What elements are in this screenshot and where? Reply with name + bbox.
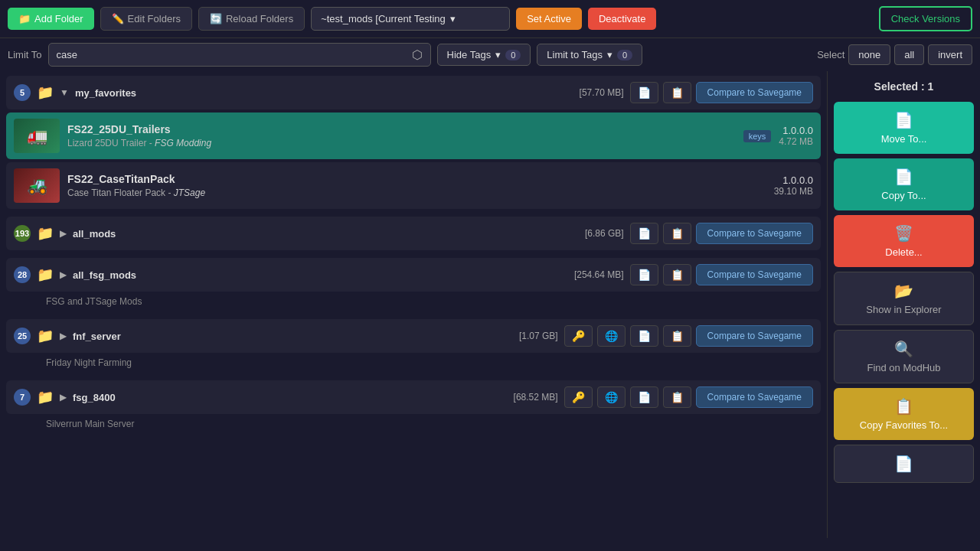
folder-copy-icon-all-mods[interactable]: 📄 xyxy=(630,223,658,244)
compare-savegame-fsg-8400[interactable]: Compare to Savegame xyxy=(696,386,813,408)
copy-to-label: Copy To... xyxy=(881,190,926,201)
modhub-icon: 🔍 xyxy=(894,340,913,358)
folder-copy-icon-fsg-8400[interactable]: 📄 xyxy=(630,386,658,408)
limit-to-tags-button[interactable]: Limit to Tags ▾ 0 xyxy=(537,44,642,66)
mod-item-fs22-casetitanpack[interactable]: 🚜 FS22_CaseTitanPack Case Titan Floater … xyxy=(6,162,821,209)
clear-icon[interactable]: ⬡ xyxy=(412,47,423,62)
deactivate-label: Deactivate xyxy=(599,13,645,24)
reload-folders-label: Reload Folders xyxy=(226,13,293,24)
show-in-explorer-label: Show in Explorer xyxy=(866,304,941,315)
edit-folders-icon: ✏️ xyxy=(112,13,124,24)
mod-item-fs22-25du-trailers[interactable]: 🚛 FS22_25DU_Trailers Lizard 25DU Trailer… xyxy=(6,112,821,159)
thumb-img-trailers: 🚛 xyxy=(14,119,60,153)
folder-copy-icon-fnf-server[interactable]: 📄 xyxy=(630,325,658,347)
limit-to-tags-label: Limit to Tags xyxy=(547,49,603,60)
folder-globe-icon-fnf-server[interactable]: 🌐 xyxy=(597,325,626,347)
mod-thumb-fs22-25du-trailers: 🚛 xyxy=(14,119,60,153)
copy-to-button[interactable]: 📄 Copy To... xyxy=(834,158,974,210)
folder-size-fsg-8400: [68.52 MB] xyxy=(514,392,558,403)
add-folder-label: Add Folder xyxy=(34,13,83,24)
hide-tags-label: Hide Tags xyxy=(447,49,492,60)
mod-info-fs22-25du-trailers: FS22_25DU_Trailers Lizard 25DU Trailer -… xyxy=(67,123,736,148)
select-label: Select xyxy=(817,49,844,60)
add-folder-button[interactable]: 📁 Add Folder xyxy=(8,8,94,30)
chevron-my-favorites: ▼ xyxy=(60,87,69,98)
folder-group-fsg-8400: 7 📁 ▶ fsg_8400 [68.52 MB] 🔑 🌐 📄 📋 Compar… xyxy=(6,380,821,434)
move-to-label: Move To... xyxy=(881,133,927,145)
folder-size-all-fsg-mods: [254.64 MB] xyxy=(574,269,624,280)
folder-header-all-mods[interactable]: 193 📁 ▶ all_mods [6.86 GB] 📄 📋 Compare t… xyxy=(6,217,821,250)
folder-header-all-fsg-mods[interactable]: 28 📁 ▶ all_fsg_mods [254.64 MB] 📄 📋 Comp… xyxy=(6,258,821,292)
compare-savegame-all-mods[interactable]: Compare to Savegame xyxy=(696,223,813,244)
find-on-modhub-button[interactable]: 🔍 Find on ModHub xyxy=(834,330,974,383)
folder-globe-icon-fsg-8400[interactable]: 🌐 xyxy=(597,386,626,408)
copy-favorites-icon: 📋 xyxy=(894,397,913,416)
folder-icon-all-mods: 📁 xyxy=(37,225,54,242)
move-to-button[interactable]: 📄 Move To... xyxy=(834,102,974,154)
hide-tags-chevron: ▾ xyxy=(495,49,501,60)
limit-to-tags-badge: 0 xyxy=(617,50,632,60)
folder-key-icon-fsg-8400[interactable]: 🔑 xyxy=(564,386,593,408)
delete-button[interactable]: 🗑️ Delete... xyxy=(834,215,974,267)
filterbar: Limit To ⬡ Hide Tags ▾ 0 Limit to Tags ▾… xyxy=(0,38,980,71)
mod-version-block-fs22-casetitanpack: 1.0.0.0 39.10 MB xyxy=(774,174,813,197)
copy-favorites-to-label: Copy Favorites To... xyxy=(860,419,948,431)
folder-info-icon-my-favorites[interactable]: 📋 xyxy=(663,82,691,103)
folder-copy-icon-my-favorites[interactable]: 📄 xyxy=(630,82,658,103)
folder-icon-all-fsg-mods: 📁 xyxy=(37,266,54,283)
search-input-wrap[interactable]: ⬡ xyxy=(48,43,431,67)
mod-desc-fs22-25du-trailers: Lizard 25DU Trailer - FSG Modding xyxy=(67,138,736,148)
chevron-fnf-server: ▶ xyxy=(60,331,67,341)
compare-savegame-fnf-server[interactable]: Compare to Savegame xyxy=(696,325,813,347)
folder-actions-all-mods: 📄 📋 Compare to Savegame xyxy=(630,223,813,244)
mod-thumb-fs22-casetitanpack: 🚜 xyxy=(14,168,60,203)
deactivate-button[interactable]: Deactivate xyxy=(588,8,656,30)
edit-folders-button[interactable]: ✏️ Edit Folders xyxy=(100,7,192,31)
compare-savegame-all-fsg-mods[interactable]: Compare to Savegame xyxy=(696,264,813,285)
folder-subdesc-fsg-8400: Silverrun Main Server xyxy=(6,417,821,434)
search-input[interactable] xyxy=(57,49,408,60)
mod-version-fs22-25du-trailers: 1.0.0.0 xyxy=(779,125,813,136)
folder-count-fsg-8400: 7 xyxy=(14,389,31,406)
set-active-label: Set Active xyxy=(527,13,571,24)
show-in-explorer-button[interactable]: 📂 Show in Explorer xyxy=(834,272,974,325)
find-on-modhub-label: Find on ModHub xyxy=(867,362,940,373)
folder-actions-my-favorites: 📄 📋 Compare to Savegame xyxy=(630,82,813,103)
folder-count-my-favorites: 5 xyxy=(14,84,31,101)
check-versions-button[interactable]: Check Versions xyxy=(879,6,972,31)
folder-info-icon-all-mods[interactable]: 📋 xyxy=(663,223,691,244)
hide-tags-button[interactable]: Hide Tags ▾ 0 xyxy=(437,44,531,66)
extra-action-button[interactable]: 📄 xyxy=(834,445,974,483)
folder-info-icon-all-fsg-mods[interactable]: 📋 xyxy=(663,264,691,285)
folder-name-fsg-8400: fsg_8400 xyxy=(73,392,508,403)
reload-folders-button[interactable]: 🔄 Reload Folders xyxy=(198,7,305,31)
folder-header-my-favorites[interactable]: 5 📁 ▼ my_favorites [57.70 MB] 📄 📋 Compar… xyxy=(6,76,821,109)
thumb-img-case: 🚜 xyxy=(14,168,60,203)
select-invert-button[interactable]: invert xyxy=(928,44,972,65)
folder-header-fnf-server[interactable]: 25 📁 ▶ fnf_server [1.07 GB] 🔑 🌐 📄 📋 Comp… xyxy=(6,319,821,353)
select-none-button[interactable]: none xyxy=(848,44,890,65)
extra-action-icon: 📄 xyxy=(894,455,913,473)
folder-key-icon-fnf-server[interactable]: 🔑 xyxy=(564,325,593,347)
edit-folders-label: Edit Folders xyxy=(128,13,181,24)
folder-copy-icon-all-fsg-mods[interactable]: 📄 xyxy=(630,264,658,285)
folder-info-icon-fnf-server[interactable]: 📋 xyxy=(663,325,691,347)
mod-size-fs22-25du-trailers: 4.72 MB xyxy=(779,136,813,147)
copy-favorites-to-button[interactable]: 📋 Copy Favorites To... xyxy=(834,388,974,440)
mod-desc-fs22-casetitanpack: Case Titan Floater Pack - JTSage xyxy=(67,187,766,198)
folder-actions-all-fsg-mods: 📄 📋 Compare to Savegame xyxy=(630,264,813,285)
delete-label: Delete... xyxy=(885,246,922,258)
folder-info-icon-fsg-8400[interactable]: 📋 xyxy=(663,386,691,408)
folder-name-fnf-server: fnf_server xyxy=(73,331,513,342)
check-versions-label: Check Versions xyxy=(891,13,960,24)
folder-name-my-favorites: my_favorites xyxy=(75,87,573,99)
folder-name-all-mods: all_mods xyxy=(73,228,579,240)
limit-to-label: Limit To xyxy=(8,49,42,60)
explorer-icon: 📂 xyxy=(894,282,913,300)
set-active-button[interactable]: Set Active xyxy=(516,8,582,30)
select-all-button[interactable]: all xyxy=(894,44,924,65)
folder-group-my-favorites: 5 📁 ▼ my_favorites [57.70 MB] 📄 📋 Compar… xyxy=(6,76,821,209)
folder-dropdown[interactable]: ~test_mods [Current Testing ▾ xyxy=(311,7,510,31)
folder-header-fsg-8400[interactable]: 7 📁 ▶ fsg_8400 [68.52 MB] 🔑 🌐 📄 📋 Compar… xyxy=(6,380,821,414)
compare-savegame-my-favorites[interactable]: Compare to Savegame xyxy=(696,82,813,103)
